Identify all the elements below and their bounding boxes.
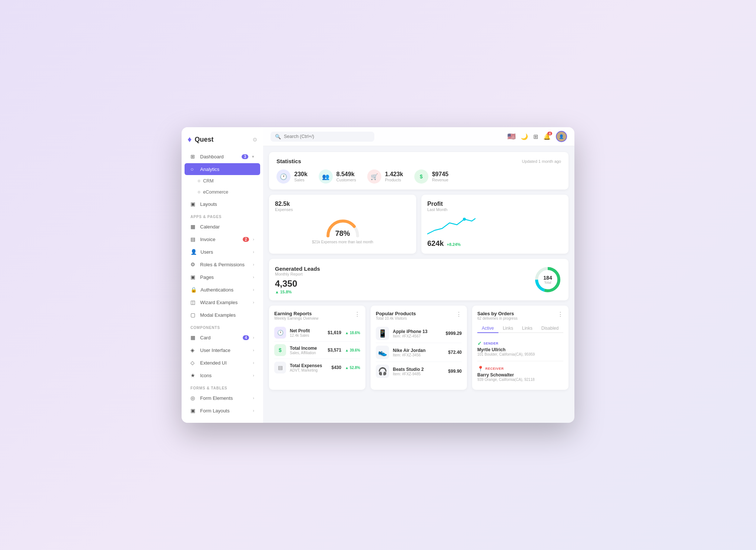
stat-sales: 🕐 230k Sales	[276, 169, 308, 184]
sidebar-item-label: Roles & Permissions	[200, 262, 249, 267]
leads-card: Generated Leads Monthly Report 4,350 ▲ 1…	[269, 259, 568, 300]
sidebar-item-invoice[interactable]: ▤ Invoice 2 ›	[185, 233, 260, 245]
customers-label: Customers	[336, 178, 356, 182]
total-income-name: Total Income	[290, 346, 324, 351]
layouts-icon: ▣	[190, 201, 196, 207]
tab-links-2[interactable]: Links	[518, 324, 537, 333]
sidebar-item-form-layouts[interactable]: ▣ Form Layouts ›	[185, 405, 260, 416]
sidebar-item-layouts[interactable]: ▣ Layouts	[185, 198, 260, 210]
total-expenses-change: ▲ 52.8%	[345, 366, 360, 370]
statistics-card: Statistics Updated 1 month ago 🕐 230k Sa…	[269, 152, 568, 190]
chevron-right-icon: ›	[253, 360, 254, 365]
section-label-apps: APPS & PAGES	[182, 210, 263, 220]
dots-menu-icon[interactable]: ⋮	[354, 311, 360, 318]
chevron-right-icon: ›	[253, 408, 254, 413]
customers-icon-wrap: 👥	[319, 169, 333, 184]
sidebar-item-label: Layouts	[200, 201, 254, 207]
gauge-text: 78%	[324, 229, 361, 238]
revenue-value: $9745	[432, 171, 449, 178]
cart-icon: 🛒	[371, 173, 378, 180]
dots-menu-icon[interactable]: ⋮	[456, 311, 462, 318]
dollar-icon: $	[420, 174, 423, 180]
dot-icon: ○	[190, 166, 196, 172]
sidebar-item-ui[interactable]: ◈ User Interface ›	[185, 344, 260, 356]
search-box[interactable]: 🔍	[271, 132, 374, 142]
form-elements-icon: ◎	[190, 395, 196, 401]
profit-card: Profit Last Month 624k +8.24%	[421, 195, 568, 254]
stats-row: 🕐 230k Sales 👥 8.549k Custom	[276, 169, 561, 184]
chevron-right-icon: ›	[253, 396, 254, 400]
sidebar-item-modal[interactable]: ▢ Modal Examples	[185, 309, 260, 321]
apps-icon[interactable]: ⊞	[533, 133, 538, 140]
sidebar-item-label: Form Layouts	[200, 408, 249, 414]
tab-active[interactable]: Active	[477, 324, 498, 333]
sub-dot-icon	[198, 180, 200, 182]
sidebar-item-label: User Interface	[200, 348, 249, 353]
sidebar-item-calendar[interactable]: ▦ Calendar	[185, 221, 260, 233]
card-badge: 4	[243, 335, 249, 340]
sidebar-item-roles[interactable]: ⚙ Roles & Permissions ›	[185, 258, 260, 270]
bottom-row: Earning Reports Weekly Earnings Overview…	[269, 306, 568, 390]
card-icon: ▦	[190, 335, 196, 340]
total-income-amount: $3,571	[328, 348, 341, 353]
sidebar-logo: ♦ Quest ⊙	[182, 133, 263, 150]
search-icon: 🔍	[275, 134, 281, 139]
gauge-footnote: $21k Expenses more than last month	[275, 240, 410, 244]
section-label-components: COMPONENTS	[182, 321, 263, 331]
stat-revenue: $ $9745 Revenue	[414, 169, 449, 184]
sidebar-item-dashboard[interactable]: ⊞ Dashboard 3 ▾	[185, 151, 260, 162]
sidebar-item-label: Extended UI	[200, 360, 249, 366]
sidebar-item-form-elements[interactable]: ◎ Form Elements ›	[185, 392, 260, 404]
modal-icon: ▢	[190, 312, 196, 318]
profit-value: 624k	[427, 239, 444, 248]
stats-title: Statistics	[276, 158, 301, 164]
sidebar-item-auth[interactable]: 🔒 Authentications ›	[185, 284, 260, 296]
sidebar-item-label: eCommerce	[203, 190, 228, 195]
sidebar-item-wizard[interactable]: ◫ Wizard Examples ›	[185, 296, 260, 308]
sidebar-item-analytics[interactable]: ○ Analytics	[185, 163, 260, 175]
popular-products-card: Popular Products Total 10.4k Visitors ⋮ …	[371, 306, 467, 390]
sidebar-item-extended[interactable]: ◇ Extended UI ›	[185, 357, 260, 369]
flag-icon[interactable]: 🇺🇸	[507, 132, 515, 141]
sales-icon-wrap: 🕐	[276, 169, 291, 184]
leads-left: Generated Leads Monthly Report 4,350 ▲ 1…	[275, 266, 525, 294]
chevron-right-icon: ›	[253, 275, 254, 279]
sidebar-item-icons[interactable]: ★ Icons ›	[185, 369, 260, 381]
chevron-right-icon: ›	[253, 335, 254, 340]
dots-menu-icon[interactable]: ⋮	[557, 311, 563, 318]
product-name: Nike Air Jordan	[393, 348, 444, 353]
tab-disabled[interactable]: Disabled	[537, 324, 563, 333]
clock-icon[interactable]: ⊙	[253, 136, 257, 142]
expenses-card: 82.5k Expenses 78% $21k Expenses more th…	[269, 195, 416, 254]
section-label-forms: FORMS & TABLES	[182, 382, 263, 392]
notifications-icon[interactable]: 🔔 4	[543, 133, 551, 140]
tab-links-1[interactable]: Links	[498, 324, 518, 333]
total-expenses-info: Total Expenses ADVT, Marketing	[290, 363, 328, 372]
product-sku: Item: #FXZ-3456	[393, 353, 444, 357]
sidebar-item-crm[interactable]: CRM	[185, 176, 260, 186]
users-icon: 👤	[190, 249, 197, 255]
chevron-right-icon: ›	[253, 237, 254, 241]
sidebar-item-card[interactable]: ▦ Card 4 ›	[185, 332, 260, 343]
sidebar-item-users[interactable]: 👤 Users ›	[185, 246, 260, 258]
sales-subtitle: 62 deliveries in progress	[477, 316, 517, 320]
product-price: $999.29	[446, 331, 462, 336]
invoice-badge: 2	[243, 237, 249, 242]
sender-block: ✓ SENDER Myrtle Ullrich 101 Boulder, Cal…	[477, 337, 563, 359]
earning-row-income: $ Total Income Sales, Affiliation $3,571…	[274, 342, 360, 359]
search-input[interactable]	[284, 134, 370, 139]
dashboard-icon: ⊞	[190, 154, 196, 159]
donut-label: Total	[543, 281, 552, 284]
product-image: 📱	[376, 327, 389, 340]
theme-icon[interactable]: 🌙	[521, 133, 528, 140]
leads-value: 4,350	[275, 279, 525, 289]
extended-icon: ◇	[190, 360, 196, 366]
earning-reports-card: Earning Reports Weekly Earnings Overview…	[269, 306, 365, 390]
sidebar-item-pages[interactable]: ▣ Pages ›	[185, 271, 260, 283]
notif-badge: 4	[547, 132, 552, 135]
sidebar-item-label: Modal Examples	[200, 312, 254, 318]
avatar[interactable]: 👤	[556, 131, 567, 142]
profit-chart	[427, 215, 563, 238]
sender-check-icon: ✓	[477, 340, 482, 346]
sidebar-item-ecommerce[interactable]: eCommerce	[185, 187, 260, 197]
